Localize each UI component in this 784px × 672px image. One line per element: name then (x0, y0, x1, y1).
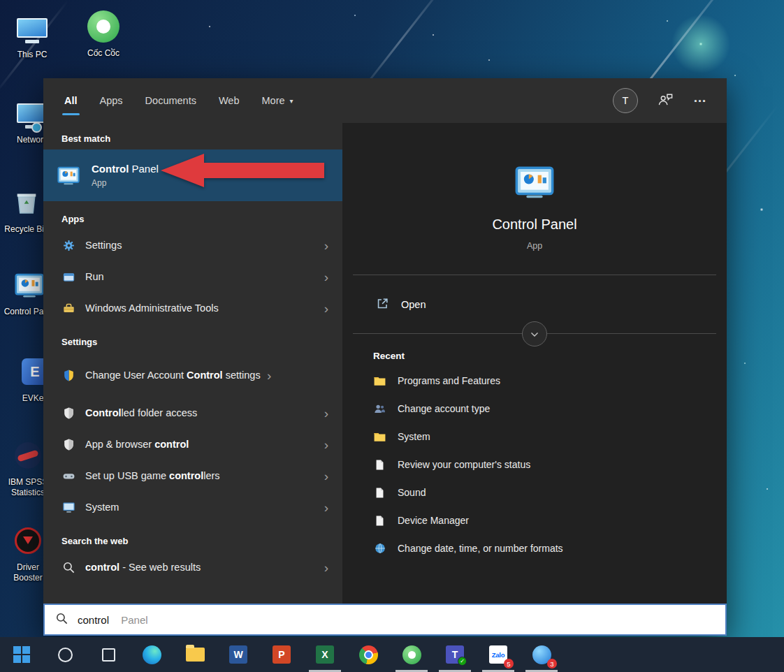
taskbar: W P X T ✓ Zalo 5 3 (0, 637, 784, 672)
tab-apps[interactable]: Apps (100, 78, 123, 123)
document-icon (373, 514, 386, 527)
uac-shield-icon (61, 368, 75, 382)
search-icon (55, 612, 68, 628)
search-input[interactable]: control Panel (43, 604, 727, 636)
result-row-admin-tools[interactable]: Windows Administrative Tools › (43, 293, 342, 324)
taskbar-item-chrome[interactable] (347, 637, 390, 672)
taskbar-item-file-explorer[interactable] (173, 637, 217, 672)
gamepad-icon (61, 469, 75, 483)
result-row-app-browser-control[interactable]: App & browser control › (43, 429, 342, 460)
divider (353, 333, 716, 334)
result-row-controlled-folder-access[interactable]: Controlled folder access › (43, 397, 342, 429)
document-icon (373, 458, 386, 472)
control-panel-icon-large (515, 162, 554, 201)
status-check-badge: ✓ (458, 657, 467, 666)
result-row-game-controllers[interactable]: Set up USB game controllers › (43, 460, 342, 492)
folder-icon (373, 374, 386, 388)
best-match-type: App (92, 178, 159, 188)
best-match-header: Best match (43, 123, 342, 149)
globe-icon (373, 542, 386, 555)
taskbar-item-excel[interactable]: X (303, 637, 347, 672)
taskbar-item-word[interactable]: W (217, 637, 260, 672)
result-row-web-search[interactable]: control - See web results › (43, 552, 342, 583)
taskbar-item-app[interactable]: 3 (520, 637, 563, 672)
more-options-icon[interactable]: … (693, 90, 707, 111)
chevron-right-icon[interactable]: › (319, 469, 334, 483)
search-icon (61, 561, 75, 575)
web-section-header: Search the web (43, 523, 342, 552)
chevron-right-icon[interactable]: › (261, 369, 277, 382)
ibm-spss-icon (15, 439, 41, 472)
recent-item-device-manager[interactable]: Device Manager (342, 506, 727, 534)
notification-badge: 5 (504, 659, 514, 669)
recent-item-sound[interactable]: Sound (342, 479, 727, 506)
folder-icon (373, 430, 386, 444)
results-column: Best match Control Panel App Apps Se (43, 123, 342, 604)
settings-section-header: Settings (43, 324, 342, 353)
recycle-bin-icon (13, 186, 41, 219)
chevron-right-icon[interactable]: › (319, 302, 334, 315)
tab-documents[interactable]: Documents (145, 78, 196, 123)
this-pc-icon (17, 11, 48, 45)
gear-icon (61, 239, 75, 253)
file-explorer-icon (186, 648, 205, 662)
coccoc-icon (402, 645, 421, 664)
start-button[interactable] (0, 637, 43, 672)
recent-header: Recent (342, 351, 727, 361)
taskbar-item-edge[interactable] (130, 637, 173, 672)
control-panel-icon (57, 164, 80, 187)
user-avatar[interactable]: T (613, 88, 638, 113)
taskbar-search-button[interactable] (43, 637, 87, 672)
annotation-arrow (161, 153, 324, 188)
taskbar-item-teams[interactable]: T ✓ (433, 637, 477, 672)
preview-pane: Control Panel App Open Recent (342, 123, 727, 604)
result-row-run[interactable]: Run › (43, 261, 342, 293)
document-icon (373, 486, 386, 499)
result-row-uac-settings[interactable]: Change User Account Control settings › (43, 353, 342, 397)
tab-web[interactable]: Web (219, 78, 240, 123)
edge-icon (143, 645, 161, 664)
search-tabbar: All Apps Documents Web More▾ T … (43, 78, 727, 123)
apps-section-header: Apps (43, 201, 342, 230)
word-icon: W (229, 645, 247, 664)
task-view-button[interactable] (87, 637, 130, 672)
open-icon (376, 297, 389, 312)
chevron-right-icon[interactable]: › (319, 501, 334, 514)
recent-item-programs-and-features[interactable]: Programs and Features (342, 367, 727, 395)
chevron-right-icon[interactable]: › (319, 561, 334, 574)
feedback-icon[interactable] (658, 92, 674, 110)
users-icon (373, 402, 386, 416)
recent-item-review-status[interactable]: Review your computer's status (342, 451, 727, 479)
chevron-right-icon[interactable]: › (319, 407, 334, 420)
run-icon (61, 270, 75, 284)
recent-item-system[interactable]: System (342, 423, 727, 451)
tab-more[interactable]: More▾ (262, 78, 293, 123)
chevron-down-icon: ▾ (290, 97, 293, 105)
search-circle-icon (58, 648, 73, 662)
best-match-title: Control Panel (92, 163, 159, 175)
recent-item-date-time-formats[interactable]: Change date, time, or number formats (342, 534, 727, 562)
powerpoint-icon: P (273, 645, 291, 664)
desktop-icon-coccoc[interactable]: Cốc Cốc (77, 10, 130, 58)
excel-icon: X (316, 645, 334, 664)
recent-item-change-account-type[interactable]: Change account type (342, 395, 727, 423)
chevron-right-icon[interactable]: › (319, 239, 334, 252)
tab-all[interactable]: All (64, 78, 78, 123)
shield-icon (61, 407, 75, 421)
desktop-icon-this-pc[interactable]: This PC (6, 11, 59, 59)
taskbar-item-coccoc[interactable] (390, 637, 433, 672)
result-row-system[interactable]: System › (43, 492, 342, 523)
preview-app-type: App (342, 241, 727, 251)
result-row-settings[interactable]: Settings › (43, 230, 342, 261)
taskbar-item-zalo[interactable]: Zalo 5 (477, 637, 520, 672)
search-flyout: All Apps Documents Web More▾ T … Best ma… (43, 78, 727, 636)
taskbar-item-powerpoint[interactable]: P (260, 637, 303, 672)
task-view-icon (102, 648, 115, 662)
desktop: This PC Cốc Cốc Network Recycle Bin Cont… (0, 0, 784, 672)
expand-actions-button[interactable] (522, 321, 547, 346)
coccoc-icon (87, 10, 119, 43)
windows-logo-icon (13, 646, 30, 663)
chevron-right-icon[interactable]: › (319, 438, 334, 451)
chevron-right-icon[interactable]: › (319, 270, 334, 284)
search-suggestion-text: Panel (118, 614, 148, 626)
